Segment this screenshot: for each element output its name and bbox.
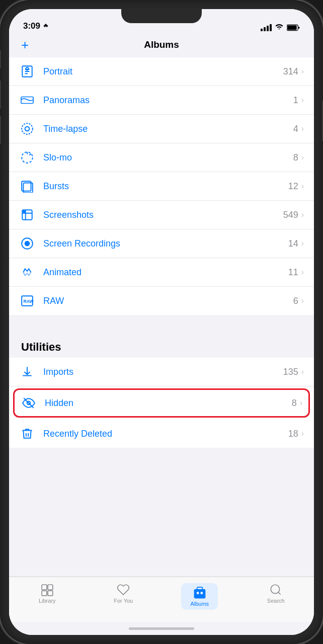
svg-rect-21 [48,585,53,590]
screen-recordings-label: Screen Recordings [43,238,288,249]
slomo-count: 8 [293,152,298,163]
volume-down-button [0,116,1,144]
screen-recordings-icon [19,235,35,252]
library-tab-icon [41,583,54,596]
status-time: 3:09 [23,21,49,31]
tab-albums[interactable]: Albums [162,581,238,612]
page-title: Albums [144,39,179,50]
imports-label: Imports [43,367,283,377]
imports-icon [19,364,35,380]
list-item-screenshots[interactable]: Screenshots 549 › [9,201,314,229]
list-item-imports[interactable]: Imports 135 › [9,358,314,386]
timelapse-label: Time-lapse [43,124,293,134]
screen-recordings-count: 14 [288,238,298,249]
slomo-label: Slo-mo [43,152,293,163]
home-indicator [9,622,314,635]
utilities-header: Utilities [9,333,314,358]
notch [121,9,202,23]
bursts-icon [19,178,35,194]
tab-bar: Library For You [9,577,314,622]
tab-search[interactable]: Search [238,581,314,612]
signal-icon [261,24,272,31]
svg-rect-22 [42,591,47,596]
svg-point-5 [22,123,33,134]
search-tab-label: Search [267,598,285,604]
silent-switch [0,50,1,68]
list-item-panoramas[interactable]: Panoramas 1 › [9,86,314,115]
svg-rect-25 [196,592,199,594]
animated-chevron: › [301,268,304,277]
albums-tab-icon [193,586,206,599]
list-item-bursts[interactable]: Bursts 12 › [9,172,314,201]
tab-library[interactable]: Library [9,581,86,612]
raw-icon: RAW [19,293,35,309]
svg-rect-23 [48,591,53,596]
timelapse-chevron: › [301,124,304,133]
bursts-label: Bursts [43,181,288,192]
utilities-section: Utilities Imports 135 › [9,333,314,448]
list-item-screen-recordings[interactable]: Screen Recordings 14 › [9,229,314,258]
albums-tab-active-bg: Albums [181,583,218,610]
panoramas-count: 1 [293,95,298,106]
animated-label: Animated [43,267,288,278]
portrait-icon [19,63,35,79]
svg-line-28 [278,592,281,595]
media-types-section: Portrait 314 › Panoramas 1 › [9,57,314,315]
hidden-chevron: › [300,398,302,408]
search-tab-icon [269,583,282,596]
hidden-icon [21,395,37,411]
panoramas-icon [19,92,35,108]
volume-up-button [0,80,1,109]
tab-for-you[interactable]: For You [86,581,162,612]
hidden-label: Hidden [45,398,292,409]
phone-screen: 3:09 [9,9,314,635]
for-you-tab-label: For You [114,598,133,604]
svg-point-15 [25,242,30,246]
raw-label: RAW [43,296,293,306]
recently-deleted-label: Recently Deleted [43,429,288,439]
bursts-count: 12 [288,181,298,192]
list-item-recently-deleted[interactable]: Recently Deleted 18 › [9,420,314,448]
screenshots-chevron: › [301,210,304,219]
location-icon [43,23,49,29]
list-item-slomo[interactable]: Slo-mo 8 › [9,143,314,172]
raw-count: 6 [293,296,298,306]
list-item-timelapse[interactable]: Time-lapse 4 › [9,115,314,143]
screenshots-count: 549 [283,210,298,220]
svg-line-9 [30,154,31,155]
trash-icon [19,426,35,442]
list-item-raw[interactable]: RAW RAW 6 › [9,287,314,315]
for-you-tab-icon [117,583,130,596]
svg-rect-20 [42,585,47,590]
screen-recordings-chevron: › [301,239,304,248]
time-display: 3:09 [23,21,40,31]
phone-frame: 3:09 [0,0,323,644]
animated-count: 11 [288,267,298,278]
battery-icon [287,24,300,31]
wifi-icon [275,24,284,31]
utilities-list: Imports 135 › Hidden [9,358,314,448]
animated-icon [19,264,35,280]
svg-point-27 [271,585,280,593]
screenshots-icon [19,207,35,223]
screenshots-label: Screenshots [43,210,283,220]
recently-deleted-count: 18 [288,429,298,439]
svg-text:RAW: RAW [23,299,34,304]
list-item-portrait[interactable]: Portrait 314 › [9,57,314,86]
svg-rect-24 [194,590,205,598]
svg-point-3 [26,67,28,70]
list-item-animated[interactable]: Animated 11 › [9,258,314,287]
timelapse-count: 4 [293,124,298,134]
timelapse-icon [19,121,35,137]
library-tab-label: Library [39,598,56,604]
list-item-hidden[interactable]: Hidden 8 › [13,388,310,418]
albums-tab-label: Albums [190,601,209,607]
hidden-count: 8 [292,398,297,409]
nav-header: + Albums [9,34,314,57]
portrait-chevron: › [301,67,304,76]
panoramas-label: Panoramas [43,95,293,106]
imports-count: 135 [283,367,298,377]
imports-chevron: › [301,367,304,376]
recently-deleted-chevron: › [301,429,304,438]
add-album-button[interactable]: + [21,38,29,51]
